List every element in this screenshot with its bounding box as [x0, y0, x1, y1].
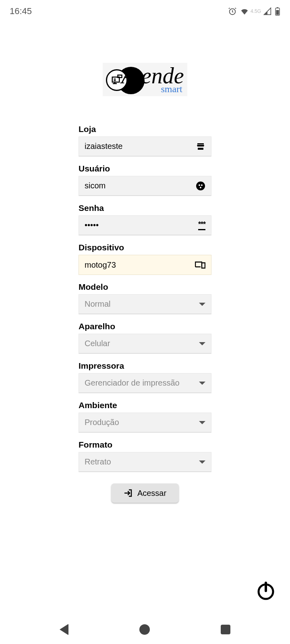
modelo-value: Normal	[85, 299, 110, 309]
cell-signal-icon	[263, 7, 271, 15]
svg-point-9	[201, 184, 203, 186]
battery-icon	[275, 7, 280, 16]
svg-rect-11	[202, 263, 205, 268]
acessar-button[interactable]: Acessar	[111, 483, 179, 503]
svg-point-8	[199, 184, 200, 186]
nav-home-button[interactable]	[139, 624, 150, 635]
senha-value: •••••	[85, 221, 198, 230]
chevron-down-icon	[199, 342, 205, 345]
aparelho-value: Celular	[85, 339, 110, 348]
senha-input[interactable]: ••••• ***	[79, 215, 211, 235]
chevron-down-icon	[199, 303, 205, 306]
modelo-label: Modelo	[79, 282, 211, 292]
chevron-down-icon	[199, 460, 205, 464]
svg-point-10	[200, 187, 201, 188]
svg-point-7	[196, 182, 205, 190]
aparelho-label: Aparelho	[79, 322, 211, 331]
formato-value: Retrato	[85, 457, 111, 466]
ambiente-value: Produção	[85, 418, 119, 427]
status-time: 16:45	[10, 6, 32, 17]
nav-recent-button[interactable]	[221, 625, 230, 634]
senha-label: Senha	[79, 203, 211, 213]
modelo-select[interactable]: Normal	[79, 294, 211, 314]
app-logo: Atende smart	[0, 63, 290, 96]
loja-value: izaiasteste	[85, 142, 196, 151]
devices-icon	[195, 261, 205, 269]
svg-rect-6	[198, 147, 203, 148]
dispositivo-value: motog73	[85, 260, 195, 270]
impressora-value: Gerenciador de impressão	[85, 378, 180, 388]
password-mask-icon: ***	[198, 220, 205, 230]
nav-back-button[interactable]	[60, 624, 68, 635]
login-icon	[124, 488, 133, 498]
user-circle-icon	[196, 181, 205, 191]
ambiente-select[interactable]: Produção	[79, 413, 211, 433]
wifi-icon	[240, 7, 249, 16]
status-icons: 4.5G	[228, 7, 280, 16]
dispositivo-input[interactable]: motog73	[79, 255, 211, 275]
loja-input[interactable]: izaiasteste	[79, 136, 211, 157]
dispositivo-label: Dispositivo	[79, 243, 211, 252]
impressora-label: Impressora	[79, 361, 211, 371]
android-navbar	[0, 615, 290, 644]
alarm-icon	[228, 7, 237, 16]
usuario-value: sicom	[85, 181, 196, 190]
aparelho-select[interactable]: Celular	[79, 334, 211, 354]
impressora-select[interactable]: Gerenciador de impressão	[79, 373, 211, 393]
chevron-down-icon	[199, 421, 205, 424]
chevron-down-icon	[199, 382, 205, 385]
formato-select[interactable]: Retrato	[79, 452, 211, 472]
svg-rect-3	[277, 7, 278, 8]
login-form: Loja izaiasteste Usuário sicom Senha •••…	[79, 124, 211, 503]
svg-rect-2	[276, 10, 279, 15]
power-button[interactable]	[256, 581, 276, 601]
loja-label: Loja	[79, 124, 211, 134]
power-icon	[256, 581, 276, 601]
store-icon	[196, 142, 205, 151]
formato-label: Formato	[79, 440, 211, 450]
status-bar: 16:45 4.5G	[0, 0, 290, 23]
usuario-input[interactable]: sicom	[79, 176, 211, 196]
network-label: 4.5G	[251, 8, 261, 14]
usuario-label: Usuário	[79, 164, 211, 173]
ambiente-label: Ambiente	[79, 400, 211, 410]
acessar-label: Acessar	[137, 489, 166, 498]
